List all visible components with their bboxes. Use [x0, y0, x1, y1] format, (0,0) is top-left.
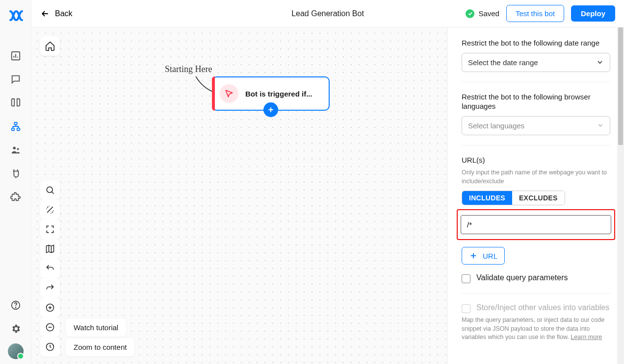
store-inject-hint: Map the query parameters, or inject data… [462, 316, 610, 342]
page-title: Lead Generation Bot [291, 9, 364, 18]
url-path-input[interactable] [461, 215, 611, 234]
settings-panel: Restrict the bot to the following date r… [447, 27, 624, 364]
languages-select[interactable]: Select languages [462, 116, 610, 135]
topbar: Back Lead Generation Bot Saved Test this… [31, 0, 624, 27]
nav-settings[interactable] [4, 317, 27, 340]
svg-line-14 [52, 192, 53, 194]
trigger-label: Bot is triggered if... [245, 90, 312, 98]
tool-history[interactable] [40, 337, 60, 357]
tool-map[interactable] [40, 239, 60, 259]
home-button[interactable] [40, 36, 60, 56]
store-inject-checkbox[interactable] [462, 304, 470, 313]
validate-qp-label: Validate query parameters [476, 273, 568, 282]
date-range-select[interactable]: Select the date range [462, 53, 610, 72]
cursor-icon [220, 84, 238, 103]
store-inject-label: Store/Inject other values into variables [476, 303, 609, 312]
svg-rect-5 [11, 128, 14, 131]
back-button[interactable]: Back [40, 9, 73, 19]
svg-point-8 [17, 148, 19, 150]
tool-search[interactable] [40, 180, 60, 200]
tool-zoom-out[interactable] [40, 317, 60, 337]
svg-point-10 [15, 307, 16, 308]
tool-undo[interactable] [40, 259, 60, 278]
logo [7, 7, 25, 24]
nav-help[interactable] [4, 293, 27, 317]
divider [462, 145, 610, 146]
nav-flow[interactable] [4, 115, 27, 138]
nav-analytics[interactable] [4, 44, 27, 68]
urls-label: URL(s) [462, 155, 610, 165]
watch-tutorial-button[interactable]: Watch tutorial [66, 318, 126, 337]
chevron-down-icon [596, 58, 604, 66]
deploy-button[interactable]: Deploy [571, 5, 615, 22]
nav-people[interactable] [4, 138, 27, 162]
svg-point-7 [13, 147, 16, 150]
add-url-button[interactable]: URL [462, 247, 505, 265]
save-status: Saved [466, 9, 499, 18]
scrollbar-track [617, 27, 624, 364]
add-step-button[interactable] [263, 102, 278, 117]
zoom-to-content-button[interactable]: Zoom to content [66, 338, 134, 356]
learn-more-link[interactable]: Learn more [571, 334, 602, 340]
tool-zoom-in[interactable] [40, 298, 60, 317]
urls-hint: Only input the path name of the webpage … [462, 169, 610, 186]
tool-fullscreen[interactable] [40, 219, 60, 239]
tool-redo[interactable] [40, 278, 60, 298]
nav-integrations[interactable] [4, 162, 27, 185]
include-exclude-toggle: INCLUDES EXCLUDES [462, 191, 565, 205]
svg-point-13 [47, 187, 52, 193]
plus-icon [469, 251, 478, 260]
validate-qp-checkbox[interactable] [462, 274, 470, 283]
chevron-down-icon [597, 122, 604, 129]
back-label: Back [55, 9, 73, 18]
tool-magic[interactable] [40, 200, 60, 219]
svg-rect-4 [14, 122, 17, 125]
user-avatar[interactable] [8, 343, 24, 359]
sidebar [0, 0, 31, 364]
divider [462, 82, 610, 82]
test-bot-button[interactable]: Test this bot [506, 5, 564, 22]
includes-tab[interactable]: INCLUDES [462, 191, 512, 205]
url-input-highlight [457, 209, 615, 240]
excludes-tab[interactable]: EXCLUDES [512, 191, 565, 205]
check-icon [466, 9, 474, 18]
trigger-node[interactable]: Bot is triggered if... [212, 76, 330, 111]
languages-label: Restrict the bot to the following browse… [462, 92, 610, 111]
starting-here-label: Starting Here [165, 64, 212, 74]
nav-extensions[interactable] [4, 185, 27, 209]
scrollbar-thumb[interactable] [618, 27, 623, 145]
flow-canvas[interactable]: Starting Here Bot is triggered if... [31, 27, 447, 364]
divider [462, 293, 610, 293]
date-range-label: Restrict the bot to the following date r… [462, 38, 610, 48]
nav-chat[interactable] [4, 68, 27, 91]
nav-docs[interactable] [4, 91, 27, 115]
svg-rect-6 [17, 128, 20, 131]
